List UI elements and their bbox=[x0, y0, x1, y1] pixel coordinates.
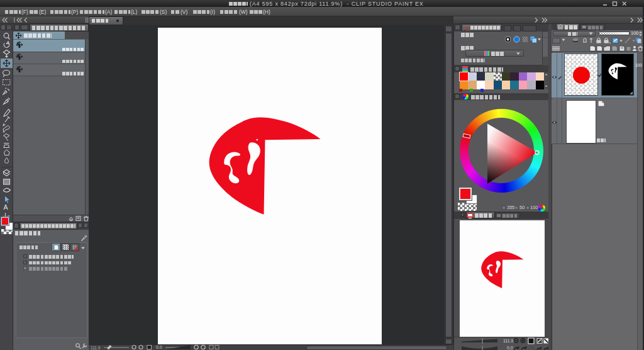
svg-text:0.0: 0.0 bbox=[156, 345, 162, 349]
svg-text:A: A bbox=[4, 203, 8, 211]
